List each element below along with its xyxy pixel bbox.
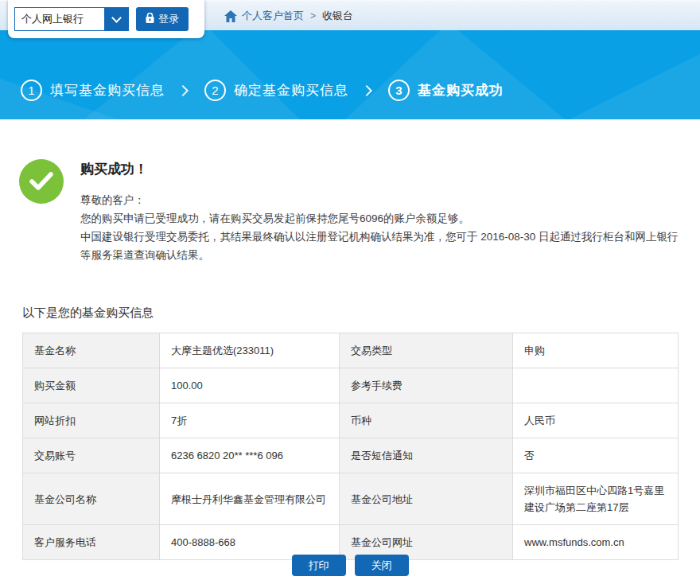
trade-account-value: 6236 6820 20** ***6 096 <box>160 438 340 473</box>
trade-account-label: 交易账号 <box>23 438 160 473</box>
step-1-fill-info: 1 填写基金购买信息 <box>21 80 165 101</box>
breadcrumb-separator: > <box>310 10 316 21</box>
fund-name-label: 基金名称 <box>23 333 160 368</box>
success-message-block: 购买成功！ 尊敬的客户： 您的购买申请已受理成功，请在购买交易发起前保持您尾号6… <box>19 158 681 264</box>
step-3-purchase-success: 3 基金购买成功 <box>388 80 504 101</box>
success-texts: 购买成功！ 尊敬的客户： 您的购买申请已受理成功，请在购买交易发起前保持您尾号6… <box>80 158 679 264</box>
step-1-label: 填写基金购买信息 <box>50 81 165 99</box>
step-2-number: 2 <box>204 80 226 101</box>
success-line-1: 您的购买申请已受理成功，请在购买交易发起前保持您尾号6096的账户余额足够。 <box>80 209 679 228</box>
home-icon <box>224 10 237 22</box>
purchase-info-table: 基金名称 大摩主题优选(233011) 交易类型 申购 购买金额 100.00 … <box>22 333 679 560</box>
login-button-label: 登录 <box>158 12 179 26</box>
fund-company-name-value: 摩根士丹利华鑫基金管理有限公司 <box>160 473 340 525</box>
channel-select-value: 个人网上银行 <box>15 8 104 30</box>
purchase-amount-value: 100.00 <box>160 368 340 403</box>
site-discount-label: 网站折扣 <box>23 403 160 438</box>
purchase-info-section-title: 以下是您的基金购买信息 <box>22 306 154 321</box>
currency-label: 币种 <box>340 403 513 438</box>
table-row: 交易账号 6236 6820 20** ***6 096 是否短信通知 否 <box>23 438 679 473</box>
fund-company-address-label: 基金公司地址 <box>340 473 513 525</box>
breadcrumb: 个人客户首页 > 收银台 <box>224 1 353 31</box>
print-button[interactable]: 打印 <box>292 555 346 576</box>
table-row: 购买金额 100.00 参考手续费 <box>23 368 679 403</box>
account-card: 个人网上银行 登录 <box>8 0 204 38</box>
currency-value: 人民币 <box>513 403 679 438</box>
breadcrumb-current: 收银台 <box>322 9 353 23</box>
step-1-number: 1 <box>21 80 42 101</box>
lock-icon <box>146 13 154 25</box>
table-row: 基金名称 大摩主题优选(233011) 交易类型 申购 <box>23 333 679 368</box>
fund-name-value: 大摩主题优选(233011) <box>160 333 340 368</box>
sms-notify-value: 否 <box>513 438 679 473</box>
step-2-label: 确定基金购买信息 <box>234 81 348 99</box>
reference-fee-value <box>513 368 679 403</box>
chevron-down-icon <box>104 8 128 30</box>
step-separator-icon <box>177 84 189 95</box>
steps-banner: 1 填写基金购买信息 2 确定基金购买信息 3 基金购买成功 <box>0 30 700 119</box>
fund-company-address-value: 深圳市福田区中心四路1号嘉里建设广场第二座第17层 <box>513 473 679 525</box>
success-title: 购买成功！ <box>80 160 679 178</box>
progress-steps: 1 填写基金购买信息 2 确定基金购买信息 3 基金购买成功 <box>21 80 504 101</box>
step-3-number: 3 <box>388 80 410 101</box>
purchase-amount-label: 购买金额 <box>23 368 160 403</box>
trade-type-value: 申购 <box>513 333 679 368</box>
success-line-2: 中国建设银行受理交易委托，其结果最终确认以注册登记机构确认结果为准，您可于 20… <box>80 228 679 264</box>
sms-notify-label: 是否短信通知 <box>340 438 513 473</box>
breadcrumb-home-link[interactable]: 个人客户首页 <box>224 9 304 23</box>
breadcrumb-home-label: 个人客户首页 <box>242 9 304 23</box>
table-row: 网站折扣 7折 币种 人民币 <box>23 403 679 438</box>
step-3-label: 基金购买成功 <box>418 81 504 99</box>
step-separator-icon <box>361 84 372 95</box>
step-2-confirm-info: 2 确定基金购买信息 <box>204 80 348 101</box>
table-row: 基金公司名称 摩根士丹利华鑫基金管理有限公司 基金公司地址 深圳市福田区中心四路… <box>23 473 679 525</box>
success-greeting: 尊敬的客户： <box>80 191 679 209</box>
trade-type-label: 交易类型 <box>340 333 513 368</box>
close-button[interactable]: 关闭 <box>355 555 409 576</box>
fund-company-name-label: 基金公司名称 <box>23 473 160 525</box>
login-button[interactable]: 登录 <box>136 7 189 31</box>
success-check-icon <box>19 159 64 204</box>
reference-fee-label: 参考手续费 <box>340 368 513 403</box>
channel-select[interactable]: 个人网上银行 <box>14 7 129 31</box>
site-discount-value: 7折 <box>160 403 340 438</box>
action-buttons: 打印 关闭 <box>0 555 700 576</box>
